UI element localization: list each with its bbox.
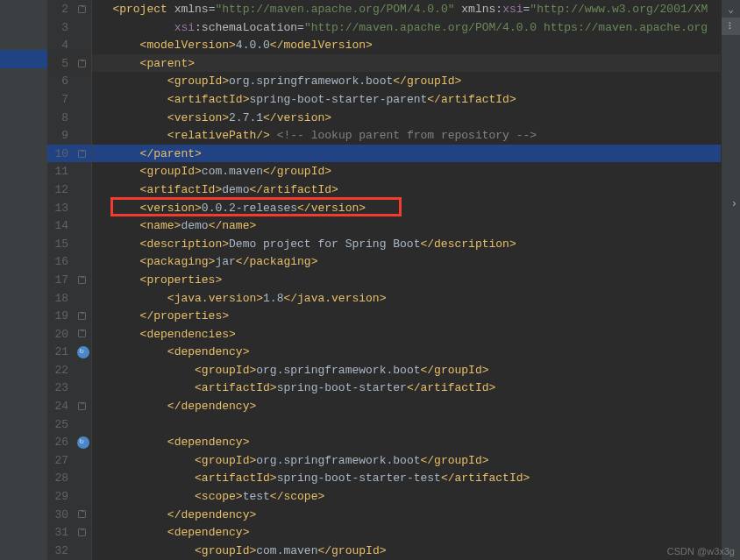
fold-gutter-cell[interactable]: [72, 162, 91, 181]
code-line[interactable]: <dependency>: [92, 343, 740, 361]
code-line[interactable]: <name>demo</name>: [92, 216, 740, 235]
fold-gutter-cell[interactable]: [72, 54, 91, 73]
code-line[interactable]: <version>0.0.2-releases</version>: [92, 199, 740, 217]
fold-toggle-icon[interactable]: [78, 276, 86, 284]
fold-toggle-icon[interactable]: [78, 60, 86, 67]
line-number: 27: [47, 451, 72, 470]
fold-gutter-cell[interactable]: [72, 126, 91, 145]
code-line[interactable]: <groupId>org.springframework.boot</group…: [92, 451, 740, 470]
line-number: 28: [47, 469, 72, 487]
line-number: 6: [47, 72, 72, 90]
code-editor: 2345678910111213141516171819202122232425…: [0, 0, 740, 560]
fold-gutter-cell[interactable]: [72, 523, 91, 542]
fold-gutter-cell[interactable]: [72, 307, 91, 325]
fold-toggle-icon[interactable]: [78, 528, 86, 536]
line-number: 18: [47, 289, 72, 308]
line-number: 13: [47, 199, 72, 217]
fold-gutter-cell[interactable]: [72, 451, 91, 470]
line-number: 30: [47, 506, 72, 524]
code-line[interactable]: <version>2.7.1</version>: [92, 109, 740, 127]
fold-gutter-cell[interactable]: [72, 90, 91, 109]
fold-gutter-cell[interactable]: [72, 271, 91, 289]
fold-gutter-cell[interactable]: [72, 487, 91, 506]
code-line[interactable]: <groupId>org.springframework.boot</group…: [92, 72, 740, 90]
fold-gutter-cell[interactable]: [72, 252, 91, 271]
fold-toggle-icon[interactable]: [78, 510, 86, 518]
code-area[interactable]: <project xmlns="http://maven.apache.org/…: [92, 0, 740, 560]
fold-column[interactable]: [72, 0, 91, 560]
code-line[interactable]: <description>Demo project for Spring Boo…: [92, 235, 740, 253]
code-line[interactable]: <modelVersion>4.0.0</modelVersion>: [92, 36, 740, 54]
fold-gutter-cell[interactable]: [72, 325, 91, 344]
fold-gutter-cell[interactable]: [72, 397, 91, 415]
fold-gutter-cell[interactable]: [72, 433, 91, 451]
fold-gutter-cell[interactable]: [72, 506, 91, 524]
code-line[interactable]: <artifactId>spring-boot-starter-parent</…: [92, 90, 740, 109]
fold-gutter-cell[interactable]: [72, 289, 91, 308]
code-line[interactable]: <parent>: [92, 54, 740, 73]
fold-gutter-cell[interactable]: [72, 542, 91, 560]
code-line[interactable]: <dependencies>: [92, 325, 740, 344]
fold-gutter-cell[interactable]: [72, 0, 91, 18]
fold-toggle-icon[interactable]: [78, 150, 86, 158]
code-line[interactable]: <artifactId>spring-boot-starter</artifac…: [92, 379, 740, 397]
code-line[interactable]: <groupId>com.maven</groupId>: [92, 162, 740, 181]
code-line[interactable]: <properties>: [92, 271, 740, 289]
fold-gutter-cell[interactable]: [72, 379, 91, 397]
code-line[interactable]: <packaging>jar</packaging>: [92, 252, 740, 271]
fold-gutter-cell[interactable]: [72, 109, 91, 127]
dependency-gutter-icon[interactable]: [77, 346, 89, 358]
fold-toggle-icon[interactable]: [78, 312, 86, 320]
fold-gutter-cell[interactable]: [72, 18, 91, 37]
code-line[interactable]: xsi:schemaLocation="http://maven.apache.…: [92, 18, 740, 37]
fold-toggle-icon[interactable]: [78, 402, 86, 410]
code-line[interactable]: <artifactId>spring-boot-starter-test</ar…: [92, 469, 740, 487]
fold-gutter-cell[interactable]: [72, 199, 91, 217]
code-line[interactable]: </properties>: [92, 307, 740, 325]
line-number: 19: [47, 307, 72, 325]
left-margin: [0, 0, 47, 560]
code-line[interactable]: [92, 415, 740, 434]
line-numbers: 2345678910111213141516171819202122232425…: [47, 0, 72, 560]
fold-gutter-cell[interactable]: [72, 72, 91, 90]
code-line[interactable]: <java.version>1.8</java.version>: [92, 289, 740, 308]
code-line[interactable]: <dependency>: [92, 523, 740, 542]
code-line[interactable]: <artifactId>demo</artifactId>: [92, 181, 740, 199]
fold-gutter-cell[interactable]: [72, 343, 91, 361]
fold-gutter-cell[interactable]: [72, 361, 91, 379]
fold-gutter-cell[interactable]: [72, 181, 91, 199]
more-icon[interactable]: ⠇: [722, 18, 740, 35]
line-number: 5: [47, 54, 72, 73]
chevron-down-icon[interactable]: ⌄: [722, 0, 740, 18]
line-number: 25: [47, 415, 72, 434]
code-line[interactable]: <groupId>com.maven</groupId>: [92, 542, 740, 560]
fold-toggle-icon[interactable]: [78, 5, 86, 13]
fold-gutter-cell[interactable]: [72, 216, 91, 235]
code-line[interactable]: </parent>: [92, 145, 740, 163]
code-line[interactable]: <relativePath/> <!-- lookup parent from …: [92, 126, 740, 145]
fold-toggle-icon[interactable]: [78, 330, 86, 337]
dependency-gutter-icon[interactable]: [77, 436, 89, 449]
fold-gutter-cell[interactable]: [72, 415, 91, 434]
code-line[interactable]: </dependency>: [92, 397, 740, 415]
line-number: 26: [47, 433, 72, 451]
fold-gutter-cell[interactable]: [72, 235, 91, 253]
line-number: 32: [47, 542, 72, 560]
line-number: 3: [47, 18, 72, 37]
code-line[interactable]: <scope>test</scope>: [92, 487, 740, 506]
line-number: 21: [47, 343, 72, 361]
line-number: 31: [47, 523, 72, 542]
code-line[interactable]: </dependency>: [92, 506, 740, 524]
line-number: 11: [47, 162, 72, 181]
code-line[interactable]: <groupId>org.springframework.boot</group…: [92, 361, 740, 379]
fold-gutter-cell[interactable]: [72, 469, 91, 487]
right-sidebar: ⌄ ⠇ ›: [721, 0, 740, 560]
line-number: 4: [47, 36, 72, 54]
fold-gutter-cell[interactable]: [72, 145, 91, 163]
code-line[interactable]: <project xmlns="http://maven.apache.org/…: [92, 0, 740, 18]
code-line[interactable]: <dependency>: [92, 433, 740, 451]
watermark: CSDN @w3x3g: [667, 546, 735, 556]
chevron-right-icon[interactable]: ›: [731, 198, 737, 210]
line-number: 16: [47, 252, 72, 271]
fold-gutter-cell[interactable]: [72, 36, 91, 54]
